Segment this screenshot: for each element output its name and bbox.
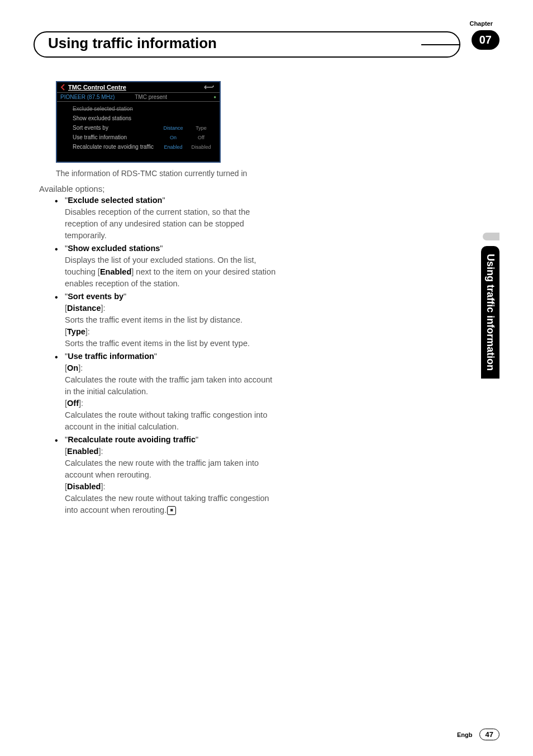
option-show: "Show excluded stations" Displays the li… (39, 243, 279, 290)
ss-station-row: PIONEER (87.5 MHz) TMC present ● (57, 92, 220, 102)
opt-show-desc: Displays the list of your excluded stati… (65, 256, 275, 288)
ss-exclude-label: Exclude selected station (73, 106, 215, 112)
ss-sort-type: Type (187, 125, 215, 131)
opt-sort-d1: Sorts the traffic event items in the lis… (65, 315, 242, 324)
ss-sort-label: Sort events by (73, 125, 159, 131)
opt-exclude-title: Exclude selected station (68, 196, 162, 205)
option-exclude: "Exclude selected station" Disables rece… (39, 195, 279, 242)
ss-recalc-disabled: Disabled (187, 144, 215, 150)
ss-title: TMC Control Centre (68, 84, 204, 91)
side-gray-tab (483, 233, 499, 240)
ss-station-present: TMC present (135, 94, 167, 100)
ss-use-off: Off (187, 135, 215, 140)
chapter-label: Chapter (469, 20, 493, 27)
side-tab: Using traffic information (481, 246, 499, 379)
opt-use-d1: Calculates the route with the traffic ja… (65, 375, 272, 396)
return-icon (204, 84, 214, 90)
options-list: "Exclude selected station" Disables rece… (39, 195, 279, 516)
option-recalc: "Recalculate route avoiding traffic" [En… (39, 434, 279, 516)
opt-show-title: Show excluded stations (68, 244, 160, 253)
chapter-number: 07 (472, 30, 499, 50)
opt-use-d2: Calculates the route without taking traf… (65, 410, 267, 431)
opt-sort-title: Sort events by (68, 292, 123, 301)
ss-recalc-enabled: Enabled (159, 144, 187, 150)
option-sort: "Sort events by" [Distance]: Sorts the t… (39, 291, 279, 349)
opt-sort-d2: Sorts the traffic event items in the lis… (65, 339, 250, 348)
opt-exclude-desc: Disables reception of the current statio… (65, 207, 250, 240)
end-section-icon: ■ (167, 506, 176, 515)
ss-station-name: PIONEER (87.5 MHz) (60, 94, 115, 100)
screenshot-caption: The information of RDS-TMC station curre… (56, 168, 279, 179)
status-dot-icon: ● (213, 94, 216, 100)
option-use: "Use traffic information" [On]: Calculat… (39, 351, 279, 433)
ss-recalc-label: Recalculate route avoiding traffic (73, 144, 159, 150)
ss-use-label: Use traffic information (73, 134, 159, 140)
page-footer: Engb 47 (457, 729, 499, 740)
opt-recalc-title: Recalculate route avoiding traffic (68, 435, 196, 444)
opt-recalc-d1: Calculates the new route with the traffi… (65, 459, 259, 479)
opt-use-title: Use traffic information (68, 352, 154, 361)
tmc-screenshot: TMC Control Centre PIONEER (87.5 MHz) TM… (56, 81, 221, 163)
title-bar: Using traffic information (34, 31, 460, 58)
page-number: 47 (479, 729, 499, 740)
ss-use-on: On (159, 135, 187, 140)
ss-body: Exclude selected station Show excluded s… (57, 102, 220, 162)
ss-header: TMC Control Centre (57, 82, 220, 92)
footer-lang: Engb (457, 731, 473, 738)
page-title: Using traffic information (48, 35, 446, 52)
available-options-label: Available options; (39, 184, 279, 193)
back-icon (60, 84, 66, 91)
ss-show-label: Show excluded stations (73, 115, 215, 121)
ss-sort-distance: Distance (159, 125, 187, 131)
content-column: TMC Control Centre PIONEER (87.5 MHz) TM… (39, 81, 279, 517)
